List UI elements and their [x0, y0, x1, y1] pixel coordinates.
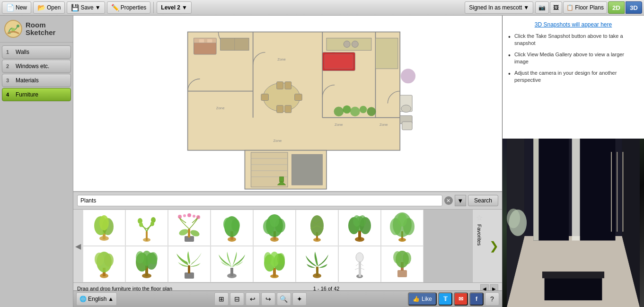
plant-item-13[interactable] — [253, 246, 296, 282]
svg-rect-25 — [325, 54, 353, 69]
nav-item-windows[interactable]: 2 Windows etc. — [2, 60, 71, 73]
snapshot-text-2: Click View Media Gallery above to view a… — [514, 51, 638, 66]
svg-text:Zone: Zone — [379, 123, 388, 127]
facebook-icon: f — [476, 296, 477, 302]
right-arrow-button[interactable]: ❯ — [485, 210, 502, 282]
search-input[interactable] — [77, 195, 442, 206]
logo-icon — [4, 19, 23, 38]
camera-icon: 📷 — [538, 4, 546, 11]
plant-svg-9 — [89, 249, 120, 280]
svg-rect-43 — [285, 82, 291, 89]
save-button[interactable]: 💾 Save ▼ — [67, 1, 105, 14]
plant-item-16[interactable] — [381, 246, 423, 282]
plant-svg-5 — [259, 212, 290, 243]
more-button[interactable]: ✦ — [292, 292, 307, 306]
nav-item-walls[interactable]: 1 Walls — [2, 45, 71, 59]
nav-items: 1 Walls 2 Windows etc. 3 Materials 4 Fur… — [0, 43, 73, 104]
signed-in-button[interactable]: Signed In as mescott ▼ — [465, 1, 533, 14]
copy-icon: ⊞ — [219, 295, 224, 303]
search-dropdown-button[interactable]: ▼ — [455, 195, 466, 206]
facebook-button[interactable]: f — [469, 292, 484, 306]
plant-item-2[interactable] — [125, 210, 168, 246]
twitter-button[interactable]: 𝕋 — [438, 292, 452, 306]
plant-item-5[interactable] — [253, 210, 296, 246]
preview-svg — [503, 139, 644, 307]
svg-point-132 — [277, 253, 285, 265]
copy-button[interactable]: ⊞ — [214, 292, 229, 306]
plant-item-10[interactable] — [125, 246, 168, 282]
separator-1 — [153, 2, 154, 13]
svg-point-157 — [507, 209, 520, 228]
new-button[interactable]: 📄 New — [2, 1, 31, 14]
open-icon: 📂 — [37, 4, 45, 11]
signed-in-label: Signed In as mescott — [469, 4, 522, 11]
bullet-icon-2: • — [508, 51, 511, 66]
search-button[interactable]: Search — [468, 195, 498, 206]
undo-button[interactable]: ↩ — [246, 292, 260, 306]
search-clear-button[interactable]: ✕ — [444, 196, 453, 205]
svg-rect-45 — [285, 105, 291, 113]
floor-plan-svg: Zone Zone Zone Zone Zone — [73, 16, 502, 191]
logo-area: Room Sketcher — [0, 16, 73, 43]
redo-button[interactable]: ↪ — [261, 292, 275, 306]
plant-item-11[interactable] — [168, 246, 211, 282]
preview-image — [503, 139, 644, 307]
language-button[interactable]: 🌐 English ▲ — [76, 292, 117, 306]
svg-point-68 — [139, 222, 143, 227]
favorites-tab[interactable]: ☆ Favorites — [472, 210, 485, 282]
plant-item-1[interactable] — [83, 210, 125, 246]
plant-item-14[interactable] — [296, 246, 338, 282]
nav-item-materials[interactable]: 3 Materials — [2, 74, 71, 87]
open-button[interactable]: 📂 Open — [33, 1, 65, 14]
paste-button[interactable]: ⊟ — [230, 292, 244, 306]
plant-item-3[interactable] — [168, 210, 211, 246]
snapshot-bullet-1: • Click the Take Snapshot button above t… — [508, 33, 638, 47]
plant-svg-15 — [344, 249, 375, 280]
plant-item-6[interactable] — [296, 210, 338, 246]
2d-button[interactable]: 2D — [608, 1, 625, 14]
plant-item-12[interactable] — [211, 246, 253, 282]
svg-point-109 — [397, 213, 407, 227]
media-button[interactable]: 🖼 — [550, 1, 562, 14]
plant-item-7[interactable] — [338, 210, 381, 246]
svg-rect-154 — [580, 139, 616, 240]
bullet-icon-1: • — [508, 33, 511, 47]
properties-button[interactable]: ✏️ Properties — [107, 1, 151, 14]
nav-item-furniture[interactable]: 4 Furniture — [2, 88, 71, 101]
left-arrow-button[interactable]: ◀ — [73, 210, 83, 282]
floor-plans-button[interactable]: 📋 Floor Plans — [563, 1, 607, 14]
3d-button[interactable]: 3D — [626, 1, 642, 14]
svg-point-103 — [359, 215, 366, 227]
svg-point-35 — [343, 105, 351, 114]
help-button[interactable]: ? — [485, 292, 499, 306]
plant-item-8[interactable] — [381, 210, 423, 246]
svg-point-113 — [95, 253, 104, 266]
email-button[interactable]: ✉ — [454, 292, 468, 306]
canvas-and-furniture: Zone Zone Zone Zone Zone — [73, 16, 502, 307]
like-button[interactable]: 👍 Like — [408, 292, 437, 306]
pan-button[interactable]: 🔍 — [277, 292, 291, 306]
middle-section: Room Sketcher 1 Walls 2 Windows etc. 3 M… — [0, 16, 644, 307]
svg-rect-54 — [280, 177, 284, 182]
svg-point-82 — [223, 218, 233, 231]
plant-svg-12 — [217, 249, 247, 280]
plant-item-4[interactable] — [211, 210, 253, 246]
svg-point-3 — [17, 25, 19, 27]
svg-rect-134 — [316, 267, 318, 276]
camera-button[interactable]: 📷 — [535, 1, 549, 14]
plant-svg-2 — [132, 212, 162, 243]
level-button[interactable]: Level 2 ▼ — [157, 1, 192, 14]
svg-rect-153 — [533, 139, 538, 240]
preview-interior — [503, 139, 644, 307]
plant-item-9[interactable] — [83, 246, 125, 282]
plants-grid — [83, 210, 472, 282]
svg-point-38 — [367, 107, 376, 116]
media-icon: 🖼 — [553, 4, 559, 11]
furniture-panel: ✕ ▼ Search ◀ — [73, 191, 502, 290]
plant-item-15[interactable] — [338, 246, 381, 282]
save-label: Save — [80, 4, 93, 11]
svg-rect-21 — [207, 39, 212, 43]
canvas-area[interactable]: Zone Zone Zone Zone Zone — [73, 16, 502, 191]
plant-svg-16 — [387, 249, 418, 280]
svg-point-29 — [352, 41, 358, 47]
